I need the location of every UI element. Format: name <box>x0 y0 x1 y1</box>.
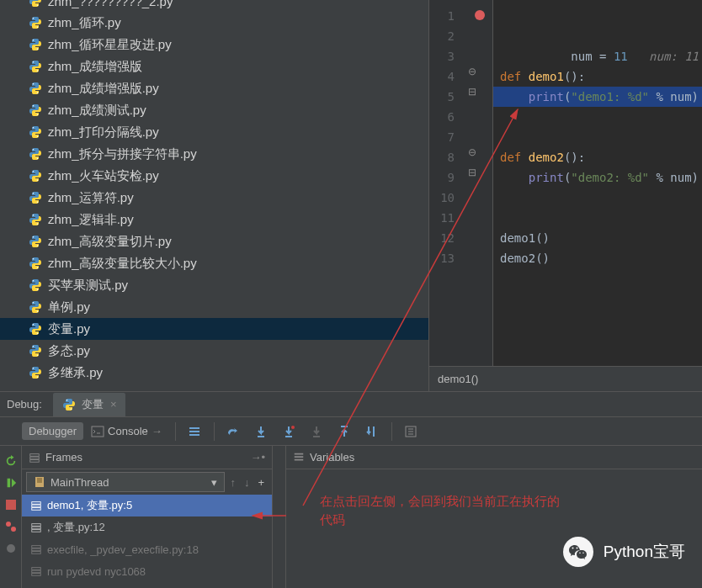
step-into-icon[interactable] <box>247 422 274 441</box>
svg-point-13 <box>37 135 39 137</box>
svg-point-11 <box>37 114 39 115</box>
line-number[interactable]: 8 <box>429 147 455 167</box>
file-item[interactable]: zhm_?????????_2.py <box>0 0 428 12</box>
add-icon[interactable]: + <box>255 474 267 491</box>
line-number[interactable]: 1 <box>429 6 455 26</box>
svg-point-34 <box>33 368 35 369</box>
file-item[interactable]: zhm_打印分隔线.py <box>0 121 428 143</box>
console-tab[interactable]: Console → <box>84 422 169 441</box>
debug-run-tab[interactable]: 变量 × <box>53 393 125 416</box>
svg-point-24 <box>33 258 35 260</box>
variables-title: Variables <box>310 451 354 464</box>
line-number[interactable]: 2 <box>429 26 455 46</box>
step-out-icon[interactable] <box>331 422 358 441</box>
breadcrumbs[interactable]: demo1() <box>429 366 702 391</box>
file-item[interactable]: zhm_逻辑非.py <box>0 209 428 230</box>
svg-point-29 <box>37 310 39 312</box>
close-icon[interactable]: × <box>110 398 117 411</box>
svg-point-17 <box>37 179 39 181</box>
stack-frame[interactable]: demo1, 变量.py:5 <box>22 495 272 516</box>
svg-point-44 <box>11 527 16 532</box>
evaluate-expression-icon[interactable] <box>397 422 424 441</box>
file-item[interactable]: zhm_高级变量比较大小.py <box>0 252 428 274</box>
line-number[interactable]: 11 <box>429 208 455 228</box>
view-breakpoints-icon[interactable] <box>0 516 21 538</box>
file-item[interactable]: 多态.py <box>0 340 428 362</box>
svg-point-15 <box>37 157 39 159</box>
line-number[interactable]: 10 <box>429 188 455 208</box>
code-editor[interactable]: 12345678910111213 ⊖ ⊟ ⊖ ⊟ num = 11 num: … <box>428 0 702 391</box>
file-tree[interactable]: zhm_?????????_2.pyzhm_循环.pyzhm_循环星星改进.py… <box>0 0 428 391</box>
file-item[interactable]: zhm_成绩增强版.py <box>0 77 428 99</box>
svg-point-36 <box>66 400 68 401</box>
python-file-icon <box>28 16 43 29</box>
python-file-icon <box>28 278 43 292</box>
line-number[interactable]: 9 <box>429 167 455 188</box>
run-to-cursor-icon[interactable] <box>359 422 386 441</box>
line-number[interactable]: 13 <box>429 248 455 268</box>
svg-point-23 <box>37 245 39 246</box>
file-item[interactable]: zhm_拆分与拼接字符串.py <box>0 143 428 165</box>
file-item[interactable]: 买苹果测试.py <box>0 274 428 296</box>
stop-icon[interactable] <box>0 494 21 516</box>
file-item[interactable]: zhm_循环星星改进.py <box>0 34 428 56</box>
file-item[interactable]: zhm_运算符.py <box>0 187 428 209</box>
svg-point-35 <box>37 376 39 378</box>
file-item[interactable]: zhm_成绩增强版 <box>0 56 428 77</box>
file-item[interactable]: zhm_火车站安检.py <box>0 165 428 187</box>
file-name: zhm_拆分与拼接字符串.py <box>48 146 197 162</box>
file-item[interactable]: 多继承.py <box>0 362 428 384</box>
frame-list[interactable]: demo1, 变量.py:5, 变量.py:12execfile, _pydev… <box>22 495 272 588</box>
svg-point-5 <box>37 48 39 50</box>
svg-point-31 <box>37 332 39 334</box>
resume-icon[interactable] <box>0 472 21 494</box>
frames-title: Frames <box>45 451 82 464</box>
code-content[interactable]: num = 11 num: 11 def demo1(): print("dem… <box>493 0 702 366</box>
stack-frame[interactable]: execfile, _pydev_execfile.py:18 <box>22 538 272 560</box>
python-file-icon <box>28 257 43 270</box>
svg-rect-59 <box>32 568 41 570</box>
file-item[interactable]: 变量.py <box>0 318 428 340</box>
python-icon <box>61 398 77 411</box>
file-name: zhm_循环.py <box>48 15 121 31</box>
file-name: zhm_?????????_2.py <box>48 0 173 8</box>
frame-prev-icon[interactable]: ↑ <box>227 474 238 491</box>
python-file-icon <box>28 38 43 51</box>
svg-rect-56 <box>32 546 41 548</box>
svg-point-30 <box>33 324 35 326</box>
file-item[interactable]: zhm_循环.py <box>0 12 428 34</box>
force-step-into-icon[interactable] <box>303 422 330 441</box>
line-number[interactable]: 7 <box>429 127 455 147</box>
debug-tab-label: 变量 <box>82 397 104 412</box>
file-name: zhm_成绩增强版 <box>48 59 142 75</box>
breakpoint-icon[interactable] <box>475 10 485 20</box>
show-execution-point-icon[interactable] <box>181 422 208 441</box>
line-number[interactable]: 6 <box>429 107 455 127</box>
file-item[interactable]: 单例.py <box>0 296 428 318</box>
thread-selector[interactable]: MainThread ▾ <box>26 472 225 492</box>
step-over-icon[interactable] <box>220 422 247 441</box>
python-file-icon <box>28 125 43 139</box>
svg-rect-58 <box>32 552 41 554</box>
frame-next-icon[interactable]: ↓ <box>242 474 253 491</box>
breadcrumb-function[interactable]: demo1() <box>438 373 478 385</box>
python-file-icon <box>28 82 43 95</box>
python-file-icon <box>28 103 43 117</box>
line-number[interactable]: 3 <box>429 46 455 66</box>
stack-frame[interactable]: run pydevd nyc1068 <box>22 560 272 582</box>
line-number[interactable]: 5 <box>429 87 455 107</box>
file-item[interactable]: zhm_成绩测试.py <box>0 99 428 121</box>
rerun-icon[interactable] <box>0 450 21 472</box>
frames-restore-icon[interactable]: →• <box>250 451 265 464</box>
line-number[interactable]: 12 <box>429 228 455 248</box>
file-name: zhm_高级变量比较大小.py <box>48 256 197 272</box>
mute-breakpoints-icon[interactable] <box>0 538 21 559</box>
debug-label: Debug: <box>0 398 49 411</box>
stack-frame[interactable]: , 变量.py:12 <box>22 516 272 538</box>
debugger-tab[interactable]: Debugger <box>22 422 83 440</box>
step-into-my-code-icon[interactable] <box>275 422 302 441</box>
line-number[interactable]: 4 <box>429 66 455 87</box>
file-item[interactable]: zhm_高级变量切片.py <box>0 230 428 252</box>
python-file-icon <box>28 322 43 336</box>
svg-point-20 <box>33 215 35 216</box>
